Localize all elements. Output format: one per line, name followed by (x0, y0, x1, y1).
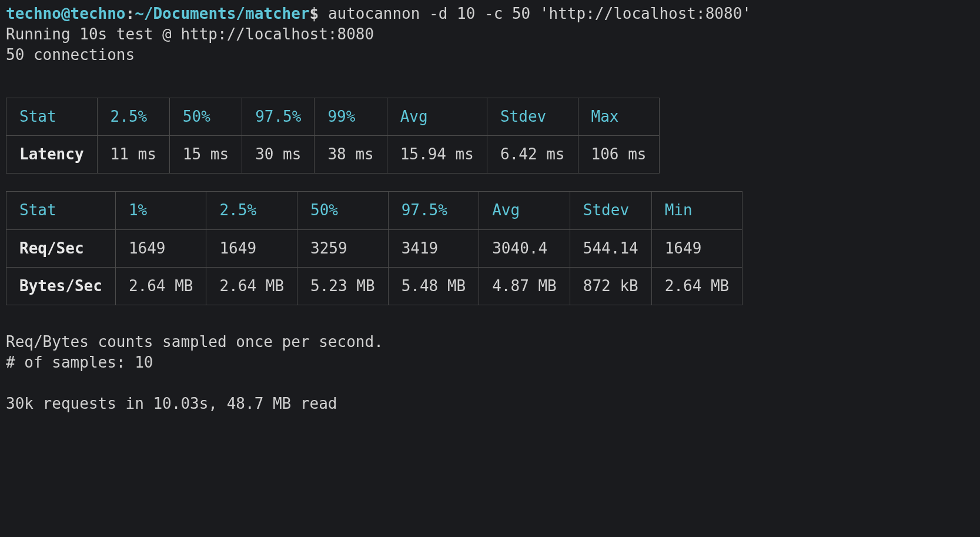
th-p1: 1% (115, 192, 206, 229)
cell: 872 kB (570, 267, 651, 305)
cell: 1649 (115, 229, 206, 267)
cell: 5.48 MB (388, 267, 479, 305)
output-running: Running 10s test @ http://localhost:8080 (6, 24, 974, 45)
th-max: Max (578, 98, 660, 136)
footer-samples: # of samples: 10 (6, 352, 974, 373)
th-p99: 99% (315, 98, 387, 136)
cell: 15 ms (169, 136, 242, 174)
table-row: Latency 11 ms 15 ms 30 ms 38 ms 15.94 ms… (6, 136, 660, 174)
cell: 2.64 MB (115, 267, 206, 305)
th-p50: 50% (169, 98, 242, 136)
latency-table: Stat 2.5% 50% 97.5% 99% Avg Stdev Max La… (6, 98, 660, 174)
th-p97_5: 97.5% (242, 98, 315, 136)
cell: 1649 (651, 229, 742, 267)
footer: Req/Bytes counts sampled once per second… (6, 332, 974, 414)
th-avg: Avg (387, 98, 487, 136)
cell: 3259 (297, 229, 389, 267)
prompt-user: techno@techno (6, 5, 126, 22)
th-stdev: Stdev (570, 192, 651, 229)
cell: 11 ms (97, 136, 169, 174)
th-min: Min (651, 192, 742, 229)
prompt-path: ~/Documents/matcher (135, 5, 309, 22)
cell: 3419 (388, 229, 479, 267)
th-p50: 50% (297, 192, 389, 229)
cell: 2.64 MB (206, 267, 297, 305)
row-label-bytessec: Bytes/Sec (6, 267, 116, 305)
cell: 1649 (206, 229, 297, 267)
prompt-sep2: $ (310, 5, 319, 22)
cell: 2.64 MB (651, 267, 742, 305)
cell: 3040.4 (479, 229, 570, 267)
command-text[interactable]: autocannon -d 10 -c 50 'http://localhost… (319, 5, 751, 22)
row-label-reqsec: Req/Sec (6, 229, 116, 267)
prompt-line: techno@techno:~/Documents/matcher$ autoc… (6, 4, 974, 24)
cell: 4.87 MB (479, 267, 570, 305)
cell: 6.42 ms (487, 136, 578, 174)
th-stat: Stat (6, 192, 116, 229)
cell: 15.94 ms (387, 136, 487, 174)
cell: 38 ms (315, 136, 387, 174)
cell: 544.14 (570, 229, 651, 267)
row-label-latency: Latency (6, 136, 98, 174)
footer-summary: 30k requests in 10.03s, 48.7 MB read (6, 393, 974, 414)
table-row: Req/Sec 1649 1649 3259 3419 3040.4 544.1… (6, 229, 742, 267)
th-p97_5: 97.5% (388, 192, 479, 229)
th-stat: Stat (6, 98, 98, 136)
table-row: Bytes/Sec 2.64 MB 2.64 MB 5.23 MB 5.48 M… (6, 267, 742, 305)
th-avg: Avg (479, 192, 570, 229)
footer-sampled: Req/Bytes counts sampled once per second… (6, 332, 974, 352)
cell: 30 ms (242, 136, 315, 174)
cell: 106 ms (578, 136, 660, 174)
th-p2_5: 2.5% (206, 192, 297, 229)
prompt-sep1: : (126, 5, 135, 22)
th-p2_5: 2.5% (97, 98, 169, 136)
cell: 5.23 MB (297, 267, 389, 305)
th-stdev: Stdev (487, 98, 578, 136)
throughput-table: Stat 1% 2.5% 50% 97.5% Avg Stdev Min Req… (6, 191, 742, 305)
output-connections: 50 connections (6, 45, 974, 65)
